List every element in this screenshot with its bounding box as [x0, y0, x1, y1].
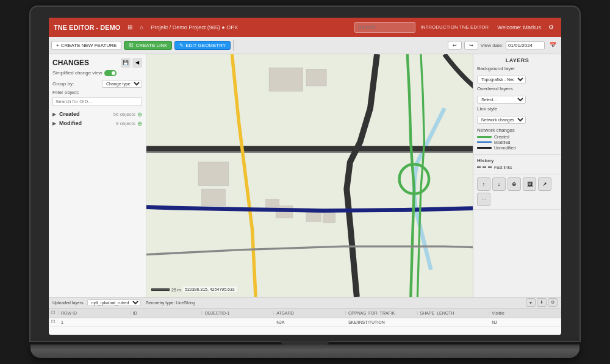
tree-item-modified[interactable]: ▶ Modified 9 objects ⊕	[52, 119, 142, 128]
right-panel: LAYERS Background layer Topografisk - Ne…	[473, 54, 561, 297]
overhead-label: Overhead layers	[477, 86, 513, 91]
app-title: TNE EDITOR - DEMO	[54, 24, 120, 31]
sidebar-title: CHANGES	[52, 59, 89, 67]
sidebar-collapse-icon[interactable]: ◀	[132, 58, 142, 68]
laptop-notch	[281, 341, 329, 344]
screen: TNE EDITOR - DEMO ⊞ ⌂ Projekt / Demo Pro…	[49, 18, 561, 335]
network-changes-label: Network changes	[477, 127, 558, 133]
legend-modified-label: Modified	[494, 140, 510, 145]
svg-rect-1	[306, 69, 326, 86]
cell-visible: NJ	[489, 320, 561, 324]
history-fast-links: Fast links	[477, 165, 558, 170]
link-style-select[interactable]: Network changes	[477, 116, 526, 124]
laptop-base	[30, 344, 580, 358]
bottom-toolbar: Uploaded layers: nytt_rykainat_rutred Ge…	[49, 298, 561, 309]
main-area: CHANGES 💾 ◀ Simplified change view Group…	[49, 54, 561, 297]
table-action-icons: ▼ ⬇ ⚙	[526, 298, 558, 307]
legend-created: Created	[477, 135, 558, 139]
simplified-label: Simplified change view	[52, 70, 102, 76]
link-style-label: Link style	[477, 106, 497, 112]
nav-icon-grid[interactable]: ⊞	[125, 23, 135, 32]
action-btn-3[interactable]: ⊕	[508, 177, 521, 191]
layers-section: LAYERS Background layer Topografisk - Ne…	[473, 54, 561, 155]
cell-atgard: NJA	[274, 320, 346, 324]
fast-links-line	[477, 166, 492, 168]
col-visible: Visible	[489, 311, 561, 315]
nav-icons: ⊞ ⌂	[125, 23, 146, 32]
fast-links-label: Fast links	[494, 165, 512, 170]
col-objectid: OBJECTID-1	[202, 311, 274, 315]
sidebar-header: CHANGES 💾 ◀	[52, 58, 142, 68]
layer-label: Uploaded layers:	[52, 301, 85, 305]
cell-rowid: 1	[59, 320, 131, 324]
action-btn-6[interactable]: ⋯	[477, 193, 490, 206]
simplified-toggle-row: Simplified change view	[52, 70, 142, 76]
bottom-panel: Uploaded layers: nytt_rykainat_rutred Ge…	[49, 297, 561, 335]
redo-button[interactable]: ↪	[464, 41, 478, 50]
modified-add-icon[interactable]: ⊕	[137, 120, 142, 127]
create-link-button[interactable]: ⛓ CREATE LINK	[124, 41, 172, 50]
background-layer-row: Background layer	[477, 66, 558, 71]
simplified-toggle[interactable]	[104, 70, 117, 76]
map-area[interactable]: 25 m 522386.315, 4254795.633	[146, 54, 473, 297]
modified-label: Modified	[59, 120, 82, 126]
history-label: History	[477, 158, 558, 163]
nav-search-input[interactable]	[354, 22, 415, 33]
expand-arrow-created: ▶	[52, 112, 57, 117]
background-layer-select[interactable]: Topografisk - Nedtonad	[477, 76, 526, 84]
user-label: Welcome: Markus	[497, 24, 541, 30]
modified-count: 9 objects	[116, 121, 135, 126]
created-count: 56 objects	[113, 112, 135, 117]
toolbar-right: ↩ ↪ View date: 📅	[448, 41, 559, 50]
legend-created-line	[477, 136, 492, 138]
legend-unmodified-line	[477, 147, 492, 149]
table-settings-icon[interactable]: ⚙	[548, 298, 558, 307]
overhead-layers-row: Overhead layers	[477, 86, 558, 91]
col-checkbox: ☐	[49, 310, 59, 315]
edit-icon: ✎	[179, 43, 184, 48]
edit-geometry-button[interactable]: ✎ EDIT GEOMETRY	[174, 41, 231, 50]
col-atgard: ATGARD	[274, 311, 346, 315]
top-nav: TNE EDITOR - DEMO ⊞ ⌂ Projekt / Demo Pro…	[49, 18, 561, 37]
plus-icon: +	[56, 43, 59, 48]
group-by-row: Group by: Change type	[52, 80, 142, 88]
toolbar-separator	[233, 40, 234, 51]
action-btn-2[interactable]: ↓	[492, 177, 506, 191]
table-filter-icon[interactable]: ▼	[526, 298, 536, 307]
view-date-input[interactable]	[506, 41, 545, 49]
cell-oppnas: SKE/INSTITUTION	[346, 320, 418, 324]
tree-item-created[interactable]: ▶ Created 56 objects ⊕	[52, 110, 142, 119]
filter-object-label: Filter object:	[52, 90, 79, 95]
intro-label: INTRODUCTION TNE EDITOR	[420, 24, 489, 30]
map-scale: 25 m	[151, 288, 181, 292]
layer-select[interactable]: nytt_rykainat_rutred	[87, 299, 141, 306]
layers-title: LAYERS	[477, 57, 558, 63]
create-feature-button[interactable]: + CREATE NEW FEATURE	[51, 41, 121, 50]
scale-bar	[151, 288, 170, 291]
panel-action-buttons: ↑ ↓ ⊕ 🖼 ↗ ⋯	[473, 174, 561, 210]
laptop-container: TNE EDITOR - DEMO ⊞ ⌂ Projekt / Demo Pro…	[30, 7, 580, 358]
action-btn-4[interactable]: 🖼	[523, 177, 536, 191]
sidebar-save-icon[interactable]: 💾	[121, 58, 131, 68]
svg-rect-3	[202, 189, 226, 206]
group-by-select[interactable]: Change type	[102, 80, 142, 88]
action-btn-5[interactable]: ↗	[538, 177, 551, 191]
group-by-label: Group by:	[52, 81, 74, 87]
history-section: History Fast links	[473, 155, 561, 174]
action-btn-1[interactable]: ↑	[477, 177, 490, 191]
created-add-icon[interactable]: ⊕	[137, 111, 142, 118]
settings-icon[interactable]: ⚙	[546, 23, 556, 32]
svg-rect-2	[198, 162, 229, 185]
calendar-icon[interactable]: 📅	[547, 41, 559, 49]
undo-button[interactable]: ↩	[448, 41, 462, 50]
svg-rect-0	[269, 68, 303, 91]
table-download-icon[interactable]: ⬇	[537, 298, 547, 307]
filter-search-input[interactable]	[52, 97, 142, 106]
geometry-type-label: Geometry type: LineString	[146, 301, 195, 305]
overhead-layer-select[interactable]: Select...	[477, 96, 526, 104]
legend-created-label: Created	[494, 135, 509, 139]
nav-icon-home[interactable]: ⌂	[137, 23, 146, 32]
breadcrumb: Projekt / Demo Project (965) ● OPX	[151, 24, 350, 30]
legend-unmodified: Unmodified	[477, 146, 558, 150]
cell-checkbox[interactable]: ☐	[49, 319, 59, 324]
